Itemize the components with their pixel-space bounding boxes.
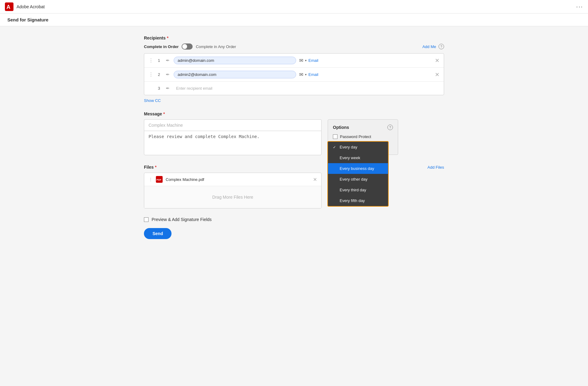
chevron-down-icon: ▾ (305, 73, 307, 76)
message-body-input[interactable]: Please review and complete Complex Machi… (144, 131, 322, 155)
page-header: Send for Signature (0, 13, 588, 26)
main-content: Recipients * Complete in Order Complete … (126, 36, 462, 239)
remove-file-icon[interactable]: ✕ (313, 177, 317, 182)
recipients-help-icon[interactable]: ? (439, 44, 444, 49)
email-type-selector[interactable]: ✉ ▾ Email (299, 58, 318, 63)
options-help-icon[interactable]: ? (387, 125, 393, 130)
recipients-list: ⋮ 1 ✒ admin@domain.com ✉ ▾ Email ✕ ⋮ 2 ✒… (144, 53, 444, 95)
pen-icon: ✒ (164, 85, 171, 91)
order-toggle-right: Add Me ? (422, 44, 444, 49)
row-number: 2 (156, 72, 161, 77)
dropdown-label: Every week (340, 156, 360, 160)
recipient-email-input[interactable]: Enter recipient email (174, 85, 296, 92)
options-title: Options (333, 125, 349, 130)
add-me-link[interactable]: Add Me (422, 44, 436, 49)
remove-recipient-icon[interactable]: ✕ (435, 57, 439, 64)
page-title: Send for Signature (7, 17, 48, 22)
recipient-row: ⋮ 1 ✒ admin@domain.com ✉ ▾ Email ✕ (144, 54, 444, 68)
row-number: 1 (156, 58, 161, 63)
message-label: Message * (144, 111, 444, 116)
dropdown-label: Every third day (340, 188, 366, 192)
password-protect-checkbox[interactable] (333, 134, 337, 139)
file-name: Complex Machine.pdf (166, 177, 310, 182)
recipients-section: Recipients * Complete in Order Complete … (144, 36, 444, 103)
recipient-row: ⋮ 2 ✒ admin2@domain.com ✉ ▾ Email ✕ (144, 68, 444, 82)
dropdown-item-every-other-day[interactable]: Every other day (328, 174, 388, 185)
title-bar: A Adobe Acrobat ··· (0, 0, 588, 13)
recipient-row: ⋮ 3 ✒ Enter recipient email (144, 82, 444, 95)
add-files-link[interactable]: Add Files (428, 165, 444, 170)
email-type-selector[interactable]: ✉ ▾ Email (299, 72, 318, 77)
email-type-label: Email (308, 58, 318, 63)
email-type-label: Email (308, 72, 318, 77)
dropdown-item-every-week[interactable]: Every week (328, 152, 388, 163)
dropdown-item-every-day[interactable]: ✓ Every day (328, 142, 388, 152)
dropdown-item-every-business-day[interactable]: Every business day (328, 163, 388, 174)
pen-icon: ✒ (164, 58, 171, 63)
row-number: 3 (156, 86, 161, 91)
password-protect-label: Password Protect (340, 134, 371, 139)
files-section: Files * Add Files ⋮ PDF Complex Machine.… (144, 165, 444, 208)
options-header: Options ? (333, 125, 393, 130)
recipients-label: Recipients * (144, 36, 444, 40)
bottom-section: Preview & Add Signature Fields Send (144, 217, 444, 239)
svg-text:A: A (6, 4, 10, 10)
message-box: Please review and complete Complex Machi… (144, 119, 322, 156)
pdf-icon: PDF (156, 176, 163, 183)
drop-zone[interactable]: Drag More Files Here (144, 186, 321, 208)
files-box: ⋮ PDF Complex Machine.pdf ✕ Drag More Fi… (144, 173, 322, 208)
title-bar-left: A Adobe Acrobat (5, 2, 45, 11)
recipient-email-chip[interactable]: admin2@domain.com (174, 71, 296, 78)
pen-icon: ✒ (164, 72, 171, 77)
file-row: ⋮ PDF Complex Machine.pdf ✕ (144, 173, 321, 186)
show-cc-link[interactable]: Show CC (144, 98, 161, 103)
preview-checkbox[interactable] (144, 217, 149, 222)
password-protect-option: Password Protect (333, 134, 393, 139)
recipient-email-chip[interactable]: admin@domain.com (174, 57, 296, 64)
drag-handle-icon[interactable]: ⋮ (149, 72, 153, 77)
svg-text:PDF: PDF (156, 178, 161, 181)
dropdown-label: Every fifth day (340, 198, 365, 203)
order-toggle-row: Complete in Order Complete in Any Order … (144, 43, 444, 50)
chevron-down-icon: ▾ (305, 59, 307, 62)
app-title: Adobe Acrobat (17, 4, 45, 9)
remove-recipient-icon[interactable]: ✕ (435, 71, 439, 78)
order-toggle-left: Complete in Order Complete in Any Order (144, 43, 236, 50)
dropdown-label: Every business day (340, 166, 374, 171)
message-section: Message * Please review and complete Com… (144, 111, 444, 156)
check-mark-icon: ✓ (333, 145, 337, 149)
acrobat-icon: A (5, 2, 13, 11)
dropdown-item-every-fifth-day[interactable]: Every fifth day (328, 195, 388, 206)
complete-in-order-label: Complete in Order (144, 44, 179, 49)
order-toggle-switch[interactable] (182, 43, 193, 50)
more-options-icon[interactable]: ··· (576, 3, 583, 10)
reminder-dropdown: ✓ Every day Every week Every business da… (327, 141, 389, 207)
complete-any-order-label: Complete in Any Order (196, 44, 236, 49)
send-button[interactable]: Send (144, 228, 172, 239)
files-header: Files * Add Files (144, 165, 444, 170)
dropdown-label: Every other day (340, 177, 368, 182)
dropdown-item-every-third-day[interactable]: Every third day (328, 185, 388, 195)
options-panel: Options ? Password Protect Set Reminder … (328, 119, 398, 155)
preview-checkbox-row: Preview & Add Signature Fields (144, 217, 444, 222)
message-title-input[interactable] (144, 119, 322, 131)
envelope-icon: ✉ (299, 58, 303, 63)
message-fields: Please review and complete Complex Machi… (144, 119, 444, 156)
envelope-icon: ✉ (299, 72, 303, 77)
file-drag-handle-icon[interactable]: ⋮ (149, 177, 153, 182)
files-label: Files * (144, 165, 156, 170)
dropdown-label: Every day (340, 145, 357, 149)
preview-label: Preview & Add Signature Fields (152, 217, 212, 222)
drag-handle-icon[interactable]: ⋮ (149, 58, 153, 63)
